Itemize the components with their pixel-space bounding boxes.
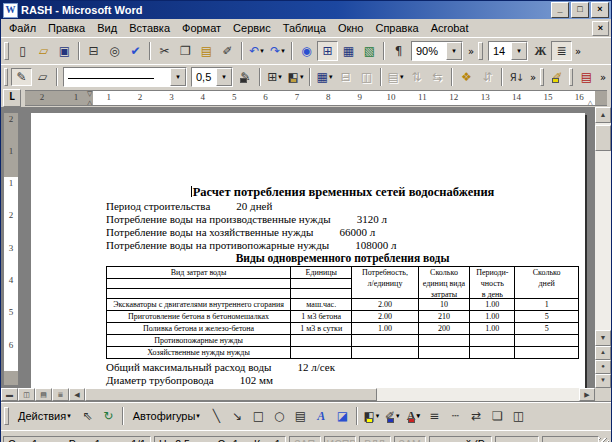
acrobat-pdfmaker-button[interactable]: ▤ [576, 68, 597, 86]
distribute-rows-button[interactable]: ⇅ [406, 68, 427, 86]
cell-alignment-button[interactable]: ▤▾ [385, 68, 406, 86]
line-color-button[interactable]: ✐▾ [382, 406, 403, 426]
spelling-button[interactable]: ✔ [125, 41, 146, 61]
select-objects-button[interactable]: ⇖ [77, 406, 98, 426]
chevron-down-icon[interactable]: ▾ [446, 42, 462, 60]
menu-item-1[interactable]: Файл [3, 21, 42, 35]
free-rotate-button[interactable]: ↻ [98, 406, 119, 426]
redo-button[interactable]: ↷▾ [267, 41, 288, 61]
toolbar-grip[interactable] [4, 42, 9, 60]
tab-selector-button[interactable]: L [3, 89, 21, 107]
toolbar-grip[interactable] [569, 68, 573, 86]
insert-excel-table-button[interactable]: ▧ [359, 41, 380, 61]
wordart-button[interactable]: А [311, 406, 332, 426]
autoshapes-button[interactable]: Автофигуры▾ [127, 406, 206, 426]
scroll-right-icon[interactable]: ▶ [579, 388, 595, 401]
menu-item-4[interactable]: Вставка [123, 21, 176, 35]
web-layout-view-icon[interactable]: ◫ [18, 388, 35, 401]
shading-color-button[interactable]: ◧▾ [285, 68, 306, 86]
open-button[interactable]: ▱ [33, 41, 54, 61]
insert-clipart-button[interactable]: ◪ [332, 406, 353, 426]
copy-button[interactable]: ❐ [175, 41, 196, 61]
bold-button[interactable]: Ж [530, 41, 551, 61]
menu-item-6[interactable]: Сервис [227, 21, 277, 35]
document-page[interactable]: Расчет потребления временных сетей водос… [31, 113, 585, 388]
scroll-left-icon[interactable]: ◀ [69, 388, 85, 401]
status-language[interactable]: русский (Ро [429, 436, 493, 442]
split-cells-button[interactable]: ◫ [356, 68, 377, 86]
line-weight-combo[interactable]: 0,5▾ [191, 67, 233, 87]
merge-cells-button[interactable]: ⊟ [335, 68, 356, 86]
select-browse-object-icon[interactable]: ● [595, 360, 611, 374]
draw-line-button[interactable]: ╲ [206, 406, 227, 426]
more-tables-button[interactable]: » [527, 68, 539, 86]
new-document-button[interactable]: ▯ [12, 41, 33, 61]
toolbar-grip[interactable] [478, 42, 483, 60]
vertical-scroll-track[interactable] [595, 151, 611, 330]
border-color-button[interactable]: ✎ [235, 68, 256, 86]
draw-arrow-button[interactable]: ↘ [227, 406, 248, 426]
show-formatting-marks-button[interactable]: ¶ [388, 41, 409, 61]
normal-view-icon[interactable]: ▬ [1, 388, 18, 401]
more-formatting-button[interactable]: » [572, 41, 584, 61]
menu-item-5[interactable]: Формат [176, 21, 227, 35]
maximize-button[interactable]: □ [571, 2, 589, 18]
toolbar-grip[interactable] [4, 407, 9, 425]
draw-oval-button[interactable]: ○ [269, 406, 290, 426]
line-style-combo[interactable]: ▾ [63, 67, 187, 87]
insert-table-menu-button[interactable]: ▦▾ [314, 68, 335, 86]
minimize-button[interactable]: _ [551, 2, 569, 18]
horizontal-scroll-thumb[interactable] [85, 388, 377, 401]
chevron-down-icon[interactable]: ▾ [511, 42, 527, 60]
font-size-combo[interactable]: 14▾ [488, 41, 528, 61]
close-document-icon[interactable]: × [592, 21, 609, 36]
menu-item-10[interactable]: Acrobat [425, 21, 475, 35]
chevron-down-icon[interactable]: ▾ [170, 68, 186, 86]
chevron-down-icon[interactable]: ▾ [216, 68, 232, 86]
shadow-button[interactable]: ❏ [487, 406, 508, 426]
format-painter-button[interactable]: ✐ [217, 41, 238, 61]
text-box-button[interactable]: ▤ [290, 406, 311, 426]
print-preview-button[interactable]: ◎ [104, 41, 125, 61]
zoom-combo[interactable]: 90%▾ [411, 41, 463, 61]
eraser-button[interactable]: ▱ [32, 68, 53, 86]
outline-view-icon[interactable]: ≣ [52, 388, 69, 401]
first-line-indent-marker[interactable]: ▽ [87, 91, 92, 97]
distribute-columns-button[interactable]: ⇆ [427, 68, 448, 86]
fill-color-button[interactable]: ◧▾ [361, 406, 382, 426]
status-mode-испр[interactable]: ИСПР [324, 436, 356, 442]
status-mode-зап[interactable]: ЗАП [289, 436, 321, 442]
arrow-style-button[interactable]: ⇄ [466, 406, 487, 426]
print-layout-view-icon[interactable]: ▤ [35, 388, 52, 401]
highlight-button[interactable]: ✐ [547, 68, 568, 86]
scroll-up-icon[interactable]: ▲ [595, 107, 611, 123]
vertical-scrollbar[interactable]: ▲ ▼ ▲ ● ▼ [595, 107, 611, 388]
font-color-button[interactable]: А▾ [403, 406, 424, 426]
menu-item-7[interactable]: Таблица [277, 21, 332, 35]
more-acrobat-button[interactable]: » [597, 68, 609, 86]
right-indent-marker[interactable]: △ [588, 100, 593, 106]
horizontal-scroll-track[interactable] [377, 388, 579, 401]
outside-border-button[interactable]: ⊞▾ [264, 68, 285, 86]
draw-table-button[interactable]: ✎ [11, 68, 32, 86]
status-mode-вдл[interactable]: ВДЛ [359, 436, 391, 442]
menu-item-9[interactable]: Справка [369, 21, 424, 35]
horizontal-scrollbar[interactable]: ▬ ◫ ▤ ≣ ◀ ▶ [1, 388, 595, 401]
status-mode-зам[interactable]: ЗАМ [394, 436, 426, 442]
more-standard-button[interactable]: » [465, 41, 477, 61]
dash-style-button[interactable]: ┄ [445, 406, 466, 426]
hanging-indent-marker[interactable]: △ [87, 100, 92, 106]
print-button[interactable]: ⊟ [83, 41, 104, 61]
3d-button[interactable]: ◫ [508, 406, 529, 426]
cut-button[interactable]: ✂ [154, 41, 175, 61]
insert-hyperlink-button[interactable]: ◉ [296, 41, 317, 61]
toolbar-grip[interactable] [540, 68, 544, 86]
resize-grip[interactable] [599, 438, 609, 442]
paste-button[interactable]: ▤ [196, 41, 217, 61]
tables-and-borders-button[interactable]: ⊞ [317, 41, 338, 61]
menu-item-8[interactable]: Окно [332, 21, 370, 35]
scroll-down-icon[interactable]: ▼ [595, 330, 611, 346]
borders-toggle-button[interactable]: ≣ [551, 41, 572, 61]
save-button[interactable]: ▣ [54, 41, 75, 61]
draw-rectangle-button[interactable]: □ [248, 406, 269, 426]
